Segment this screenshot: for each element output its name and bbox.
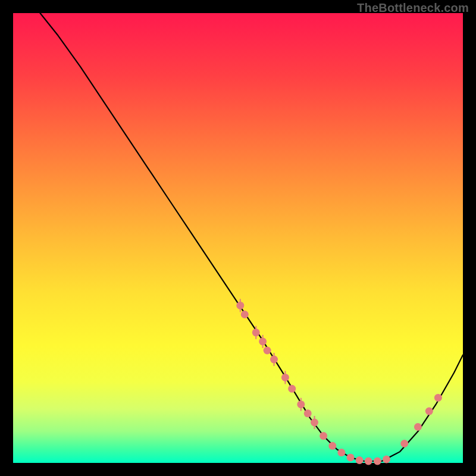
marker-group: [236, 299, 442, 465]
data-point-marker: [304, 409, 312, 417]
data-point-marker: [264, 347, 271, 355]
chart-svg: [13, 13, 463, 463]
data-point-marker: [288, 385, 296, 393]
data-point-marker: [374, 458, 381, 465]
data-point-marker: [414, 423, 422, 431]
data-point-marker: [337, 449, 345, 456]
data-point-marker: [400, 440, 408, 447]
watermark-text: TheBottleneck.com: [357, 1, 469, 15]
data-point-marker: [328, 442, 336, 450]
bottleneck-curve: [40, 13, 463, 461]
data-point-marker: [347, 453, 355, 461]
data-point-marker: [241, 311, 249, 318]
data-point-marker: [425, 408, 433, 415]
data-point-marker: [365, 458, 372, 465]
data-point-marker: [434, 394, 442, 402]
chart-plot-area: [13, 13, 463, 463]
data-point-marker: [356, 456, 364, 464]
data-point-marker: [320, 432, 327, 440]
data-point-marker: [383, 456, 390, 464]
